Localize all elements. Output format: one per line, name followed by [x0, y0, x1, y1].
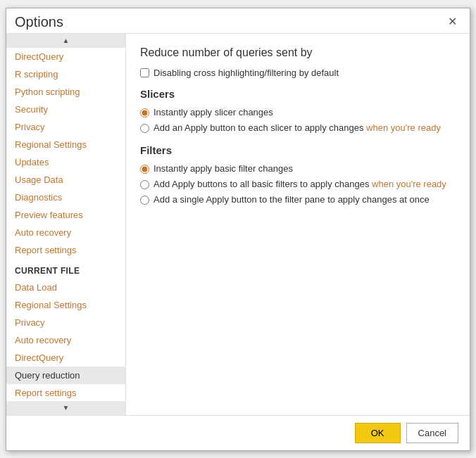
dialog-footer: OK Cancel	[6, 415, 470, 450]
dialog-title: Options	[15, 14, 63, 30]
sidebar-item-report-settings[interactable]: Report settings	[6, 241, 125, 259]
sidebar-item-diagnostics[interactable]: Diagnostics	[6, 189, 125, 206]
sidebar-item-r-scripting[interactable]: R scripting	[6, 65, 125, 83]
slicers-label-1: Add an Apply button to each slicer to ap…	[154, 122, 441, 133]
cancel-button[interactable]: Cancel	[406, 423, 458, 443]
filters-radio-0[interactable]	[140, 165, 149, 174]
filters-option-0: Instantly apply basic filter changes	[140, 163, 456, 174]
filters-option-2: Add a single Apply button to the filter …	[140, 194, 456, 205]
sidebar-item-data-load[interactable]: Data Load	[6, 279, 125, 296]
dialog-body: ▲ DirectQueryR scriptingPython scripting…	[6, 33, 470, 415]
sidebar-item-updates[interactable]: Updates	[6, 153, 125, 171]
slicers-heading: Slicers	[140, 88, 456, 100]
sidebar-item-privacy[interactable]: Privacy	[6, 118, 125, 136]
sidebar-item-security[interactable]: Security	[6, 101, 125, 118]
filters-label-0: Instantly apply basic filter changes	[154, 163, 293, 174]
sidebar-item-report-settings-cf[interactable]: Report settings	[6, 384, 125, 401]
sidebar-item-regional-settings[interactable]: Regional Settings	[6, 136, 125, 153]
close-button[interactable]: ✕	[444, 15, 461, 29]
sidebar-item-query-reduction[interactable]: Query reduction	[6, 367, 125, 384]
disabling-cross-highlighting-label: Disabling cross highlighting/filtering b…	[154, 68, 339, 78]
filters-label-2: Add a single Apply button to the filter …	[154, 194, 430, 205]
main-content: Reduce number of queries sent by Disabli…	[126, 34, 470, 415]
disabling-cross-highlighting-checkbox[interactable]	[140, 68, 149, 77]
scroll-up-arrow[interactable]: ▲	[6, 34, 125, 48]
slicers-option-1: Add an Apply button to each slicer to ap…	[140, 122, 456, 133]
filters-heading: Filters	[140, 144, 456, 156]
sidebar-item-auto-recovery[interactable]: Auto recovery	[6, 224, 125, 241]
sidebar-item-auto-recovery-cf[interactable]: Auto recovery	[6, 331, 125, 349]
filters-radio-group: Instantly apply basic filter changesAdd …	[140, 163, 456, 205]
sidebar-item-usage-data[interactable]: Usage Data	[6, 171, 125, 189]
sidebar: ▲ DirectQueryR scriptingPython scripting…	[6, 34, 126, 415]
filters-label-1: Add Apply buttons to all basic filters t…	[154, 179, 446, 189]
sidebar-global-items: DirectQueryR scriptingPython scriptingSe…	[6, 48, 125, 259]
disabling-cross-highlighting-row: Disabling cross highlighting/filtering b…	[140, 68, 456, 78]
filters-radio-2[interactable]	[140, 196, 149, 205]
sidebar-item-python-scripting[interactable]: Python scripting	[6, 83, 125, 101]
sidebar-item-directquery[interactable]: DirectQuery	[6, 48, 125, 65]
sidebar-item-preview-features[interactable]: Preview features	[6, 206, 125, 224]
filters-option-1: Add Apply buttons to all basic filters t…	[140, 179, 456, 189]
slicers-radio-0[interactable]	[140, 108, 149, 117]
sidebar-item-regional-settings-cf[interactable]: Regional Settings	[6, 296, 125, 314]
filters-radio-1[interactable]	[140, 180, 149, 189]
slicers-option-0: Instantly apply slicer changes	[140, 107, 456, 117]
slicers-label-0: Instantly apply slicer changes	[154, 107, 273, 117]
ok-button[interactable]: OK	[355, 423, 401, 443]
options-dialog: Options ✕ ▲ DirectQueryR scriptingPython…	[6, 8, 470, 451]
sidebar-current-file-items: Data LoadRegional SettingsPrivacyAuto re…	[6, 279, 125, 401]
content-title: Reduce number of queries sent by	[140, 46, 456, 59]
current-file-section-label: CURRENT FILE	[6, 259, 125, 279]
titlebar: Options ✕	[6, 8, 470, 33]
sidebar-item-directquery-cf[interactable]: DirectQuery	[6, 349, 125, 367]
scroll-down-arrow[interactable]: ▼	[6, 401, 125, 415]
slicers-radio-group: Instantly apply slicer changesAdd an App…	[140, 107, 456, 133]
sidebar-scroll[interactable]: DirectQueryR scriptingPython scriptingSe…	[6, 48, 125, 401]
slicers-radio-1[interactable]	[140, 124, 149, 133]
sidebar-item-privacy-cf[interactable]: Privacy	[6, 314, 125, 331]
